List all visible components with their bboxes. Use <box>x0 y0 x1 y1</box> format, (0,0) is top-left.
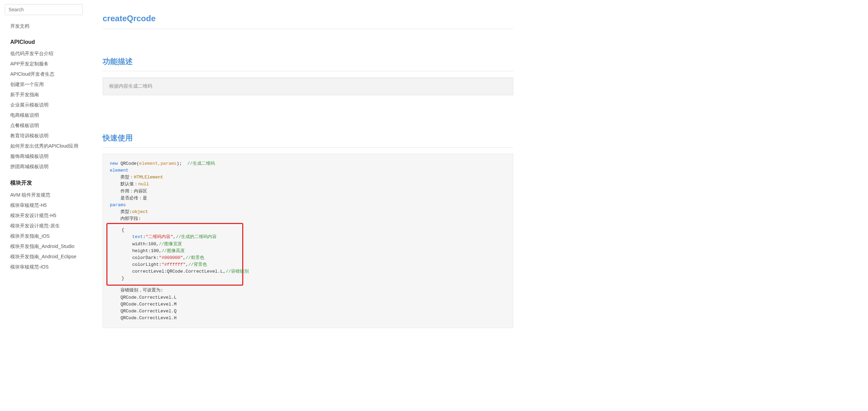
sidebar-nav: 开发文档 APICloud 低代码开发平台介绍 APP开发定制服务 APIClo… <box>0 21 89 272</box>
code-token: 类型: <box>110 209 132 214</box>
code-comment: //生成的二维码内容 <box>176 234 217 239</box>
code-token: "#ffffff" <box>161 262 185 267</box>
sidebar-item-dev-docs[interactable]: 开发文档 <box>10 21 83 31</box>
section-usage-title: 快速使用 <box>103 133 513 148</box>
section-description-title: 功能描述 <box>103 57 513 71</box>
code-token: 容错级别，可设置为: <box>110 288 163 293</box>
sidebar-heading-module-dev: 模块开发 <box>10 179 83 187</box>
sidebar-item-ordering-template[interactable]: 点餐模板说明 <box>10 121 83 130</box>
code-token: object <box>132 209 148 214</box>
highlight-box: { text:"二维码内容",//生成的二维码内容 width:100,//图像… <box>106 223 243 286</box>
sidebar-item-avm-spec[interactable]: AVM 组件开发规范 <box>10 190 83 200</box>
code-token: 是否必传：是 <box>110 196 147 201</box>
code-token: element <box>110 168 129 173</box>
sidebar-item-app-custom[interactable]: APP开发定制服务 <box>10 59 83 68</box>
code-token: 默认值： <box>110 182 138 187</box>
sidebar-item-dev-ecosystem[interactable]: APICloud开发者生态 <box>10 69 83 79</box>
code-token: { <box>111 227 124 233</box>
code-comment: //图像宽度 <box>159 241 182 247</box>
code-block: new QRCode(element,params); //生成二维码 elem… <box>103 154 513 328</box>
sidebar-item-first-app[interactable]: 创建第一个应用 <box>10 79 83 89</box>
code-comment: //生成二维码 <box>187 161 215 166</box>
code-token: element,params <box>139 161 177 166</box>
code-comment: //前景色 <box>185 255 204 260</box>
code-comment: //背景色 <box>188 262 207 267</box>
code-token: width:100, <box>111 241 159 247</box>
sidebar-heading-apicloud: APICloud <box>10 39 83 45</box>
code-token: height:100, <box>111 248 161 253</box>
search-wrap <box>0 3 89 21</box>
sidebar-item-review-h5[interactable]: 模块审核规范-H5 <box>10 200 83 210</box>
code-token: HTMLElement <box>134 175 163 180</box>
code-token: QRCode( <box>118 161 139 166</box>
main-content: createQrcode 功能描述 根据内容生成二维码 快速使用 new QRC… <box>89 0 868 411</box>
sidebar-item-review-ios[interactable]: 模块审核规范-iOS <box>10 262 83 272</box>
code-token: "二维码内容" <box>145 234 173 239</box>
code-token: correctLevel:QRCode.CorrectLevel.L, <box>111 269 225 274</box>
code-token: QRCode.CorrectLevel.Q <box>110 309 177 314</box>
code-token: null <box>138 182 149 187</box>
code-token: 类型： <box>110 175 134 180</box>
code-token: colorLight: <box>111 262 161 267</box>
description-box: 根据内容生成二维码 <box>103 77 513 95</box>
sidebar-item-guide-ios[interactable]: 模块开发指南_iOS <box>10 231 83 241</box>
code-token: } <box>111 276 124 281</box>
code-token: , <box>173 234 176 239</box>
sidebar-item-guide-android-eclipse[interactable]: 模块开发指南_Android_Eclipse <box>10 252 83 261</box>
code-token: QRCode.CorrectLevel.L <box>110 295 177 300</box>
sidebar-item-best-practices[interactable]: 如何开发出优秀的APICloud应用 <box>10 141 83 151</box>
sidebar-item-education-template[interactable]: 教育培训模板说明 <box>10 131 83 140</box>
code-token: QRCode.CorrectLevel.M <box>110 302 177 307</box>
code-token: 作用：内容区 <box>110 189 147 194</box>
sidebar-item-enterprise-template[interactable]: 企业展示模板说明 <box>10 100 83 110</box>
code-comment: //图像高度 <box>161 248 185 253</box>
sidebar-item-lowcode-intro[interactable]: 低代码开发平台介绍 <box>10 49 83 58</box>
sidebar: 开发文档 APICloud 低代码开发平台介绍 APP开发定制服务 APIClo… <box>0 0 89 411</box>
sidebar-item-guide-android-studio[interactable]: 模块开发指南_Android_Studio <box>10 241 83 251</box>
sidebar-item-ecommerce-template[interactable]: 电商模板说明 <box>10 110 83 120</box>
code-token: new <box>110 161 118 166</box>
code-token: colorDark: <box>111 255 159 260</box>
code-token: ); <box>177 161 187 166</box>
code-token: 内部字段: <box>110 216 141 221</box>
sidebar-item-design-h5[interactable]: 模块开发设计规范-H5 <box>10 211 83 220</box>
code-token: text <box>132 234 143 239</box>
sidebar-item-design-native[interactable]: 模块开发设计规范-原生 <box>10 221 83 231</box>
page-title: createQrcode <box>103 14 513 29</box>
code-token: QRCode.CorrectLevel.H <box>110 315 177 321</box>
code-token: params <box>110 202 126 208</box>
code-comment: //容错级别 <box>225 269 249 274</box>
sidebar-item-beginner-guide[interactable]: 新手开发指南 <box>10 90 83 99</box>
code-token: "#000000" <box>159 255 183 260</box>
sidebar-item-groupbuy-template[interactable]: 拼团商城模板说明 <box>10 162 83 171</box>
sidebar-item-clothing-template[interactable]: 服饰商城模板说明 <box>10 151 83 161</box>
search-input[interactable] <box>5 4 83 15</box>
